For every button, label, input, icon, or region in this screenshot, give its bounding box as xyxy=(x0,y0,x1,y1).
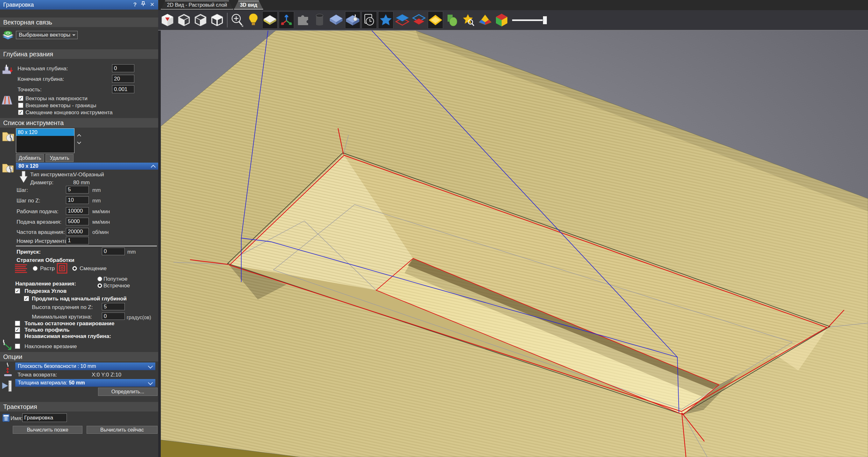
corner-trim-checkbox[interactable] xyxy=(15,288,20,294)
tool-list-item[interactable]: 80 x 120 xyxy=(16,128,74,136)
ramp-label: Наклонное врезание xyxy=(25,343,77,350)
close-icon[interactable]: ✕ xyxy=(149,1,156,8)
end-depth-field[interactable] xyxy=(112,75,134,83)
view-tabbar: 2D Вид - Растровый слой 3D вид xyxy=(158,0,868,10)
ramp-checkbox[interactable] xyxy=(15,344,20,349)
start-depth-field[interactable] xyxy=(112,64,134,72)
collapse-icon[interactable] xyxy=(151,165,156,170)
add-tool-button[interactable]: Добавить xyxy=(16,154,44,162)
independent-depth-checkbox[interactable] xyxy=(15,334,20,339)
climb-label: Попутное xyxy=(103,276,127,282)
tool-offset-checkbox[interactable] xyxy=(18,110,23,115)
tool-up-button[interactable] xyxy=(76,133,82,138)
toolbar-separator xyxy=(227,13,227,27)
tool-type-value: V-Образный xyxy=(73,172,104,178)
stepz-field[interactable] xyxy=(66,196,89,204)
conventional-radio[interactable] xyxy=(97,283,102,288)
plunge-field[interactable] xyxy=(66,218,89,225)
tool-number-field[interactable] xyxy=(66,237,89,244)
stepz-label: Шаг по Z: xyxy=(17,197,40,204)
strategy-title: Стратегия Обработки xyxy=(17,257,74,264)
min-slope-label: Минимальная крутизна: xyxy=(32,314,92,320)
remove-tool-button[interactable]: Удалить xyxy=(45,154,73,162)
opacity-slider[interactable] xyxy=(511,12,549,28)
spindle-field[interactable] xyxy=(66,228,89,236)
offset-radio[interactable] xyxy=(72,266,77,271)
surface-vectors-icon xyxy=(1,95,13,107)
return-point-value: X:0 Y:0 Z:10 xyxy=(92,372,121,378)
start-depth-label: Начальная глубина: xyxy=(18,66,68,72)
plugin-puzzle-icon[interactable] xyxy=(296,12,310,28)
tool-down-button[interactable] xyxy=(76,139,82,144)
extend-height-label: Высота продления по Z: xyxy=(32,304,93,311)
cylinder-tool-icon[interactable] xyxy=(312,12,327,28)
side-view-cube-icon[interactable] xyxy=(193,12,208,28)
climb-radio[interactable] xyxy=(97,277,102,281)
tolerance-field[interactable] xyxy=(112,85,134,93)
extend-height-field[interactable] xyxy=(102,303,125,310)
stepz-unit: mm xyxy=(92,198,101,204)
min-slope-field[interactable] xyxy=(102,312,125,320)
engraving-panel: Гравировка ? ✕ Векторная связь Выбранные… xyxy=(0,0,158,457)
gold-layer-icon[interactable] xyxy=(428,12,443,28)
layers-active-icon[interactable] xyxy=(411,12,426,28)
outer-vectors-checkbox[interactable] xyxy=(18,103,23,108)
calculate-later-button[interactable]: Вычислить позже xyxy=(13,426,83,434)
iso-view-cube-icon[interactable] xyxy=(177,12,191,28)
min-slope-unit: градус(ов) xyxy=(127,315,151,321)
tool-group-folder-icon xyxy=(2,162,14,175)
material-plane-icon[interactable] xyxy=(262,12,277,28)
material-thickness-icon xyxy=(1,379,14,394)
define-material-button[interactable]: Определить... xyxy=(98,388,158,396)
chevron-down-icon xyxy=(148,380,153,386)
profile-only-checkbox[interactable] xyxy=(15,327,20,332)
viewport-3d[interactable] xyxy=(161,31,868,457)
material-thickness-bar[interactable]: Толщина материала: 50 mm xyxy=(15,379,155,387)
spindle-unit: об/мин xyxy=(92,230,108,235)
depth-icon xyxy=(2,64,14,78)
raster-radio[interactable] xyxy=(33,266,37,271)
toolpath-time-icon[interactable] xyxy=(362,12,376,28)
tab-2d-view[interactable]: 2D Вид - Растровый слой xyxy=(161,1,233,9)
relief-pyramid-icon[interactable] xyxy=(478,12,492,28)
front-view-cube-icon[interactable] xyxy=(160,12,175,28)
plunge-unit: мм/мин xyxy=(92,219,110,225)
color-cube-icon[interactable] xyxy=(494,12,509,28)
section-cut-depth: Глубина резания xyxy=(0,49,158,59)
tab-3d-view[interactable]: 3D вид xyxy=(234,1,263,9)
profile-only-label: Только профиль xyxy=(25,327,70,333)
residual-checkbox[interactable] xyxy=(15,321,20,326)
layers-swap-icon[interactable] xyxy=(395,12,410,28)
vector-association-dropdown[interactable]: Выбранные векторы xyxy=(16,31,78,39)
feed-field[interactable] xyxy=(66,207,89,215)
extend-checkbox[interactable] xyxy=(24,296,29,301)
step-label: Шаг: xyxy=(17,187,28,193)
conventional-label: Встречное xyxy=(103,283,130,289)
search-star-icon[interactable] xyxy=(461,12,476,28)
toolpath-drill-icon[interactable] xyxy=(345,12,360,28)
origin-axes-icon[interactable] xyxy=(279,12,294,28)
safety-plane-icon xyxy=(4,362,12,379)
top-view-cube-icon[interactable] xyxy=(210,12,224,28)
tool-diameter-label: Диаметр: xyxy=(30,180,54,186)
allowance-field[interactable] xyxy=(102,248,125,255)
favorites-star-icon[interactable] xyxy=(378,12,393,28)
section-tool-list: Список инструмента xyxy=(0,118,158,128)
calculate-now-button[interactable]: Вычислить сейчас xyxy=(87,426,158,434)
step-field[interactable] xyxy=(66,186,89,193)
help-icon[interactable]: ? xyxy=(131,1,138,8)
vector-association-value: Выбранные векторы xyxy=(19,32,70,38)
safety-plane-bar[interactable]: Плоскость безопасности : 10 mm xyxy=(15,363,155,370)
spindle-label: Частота вращения: xyxy=(17,229,65,236)
safety-plane-value: Плоскость безопасности : 10 mm xyxy=(18,363,96,369)
surface-vectors-checkbox[interactable] xyxy=(18,96,23,101)
material-thickness-label: Толщина материала: xyxy=(18,380,69,386)
tool-listbox[interactable]: 80 x 120 xyxy=(16,128,74,153)
tool-header-bar[interactable]: 80 x 120 xyxy=(16,163,158,170)
toolpath-name-field[interactable] xyxy=(22,414,67,422)
relief-layer-icon[interactable] xyxy=(329,12,343,28)
zoom-tool-icon[interactable] xyxy=(229,12,244,28)
vector-shapes-icon[interactable] xyxy=(445,12,459,28)
pin-icon[interactable] xyxy=(140,1,147,8)
light-toggle-icon[interactable] xyxy=(246,12,261,28)
